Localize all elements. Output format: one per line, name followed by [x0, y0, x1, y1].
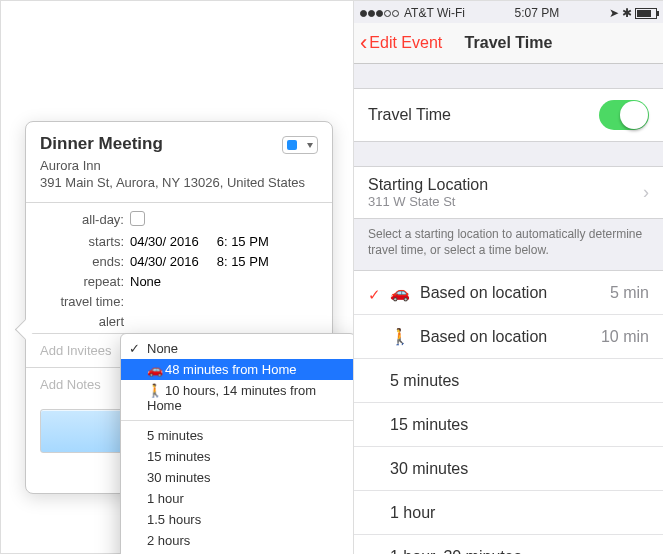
starting-location-label: Starting Location: [368, 176, 643, 194]
all-day-checkbox[interactable]: [130, 211, 145, 226]
label-repeat: repeat:: [40, 274, 124, 289]
label-ends: ends:: [40, 254, 124, 269]
status-carrier: AT&T Wi-Fi: [404, 6, 465, 20]
chevron-down-icon: [307, 143, 313, 148]
menu-item-1-5-hours[interactable]: 1.5 hours: [121, 509, 355, 530]
starting-location-value: 311 W State St: [368, 194, 643, 209]
battery-icon: [635, 8, 657, 19]
location-icon: ➤: [609, 6, 619, 20]
event-location-address: 391 Main St, Aurora, NY 13026, United St…: [40, 175, 305, 190]
menu-item-30-min[interactable]: 30 minutes: [121, 467, 355, 488]
option-30-min[interactable]: 30 minutes: [354, 447, 663, 491]
option-1h30[interactable]: 1 hour, 30 minutes: [354, 535, 663, 554]
menu-item-1-hour[interactable]: 1 hour: [121, 488, 355, 509]
event-location-name: Aurora Inn: [40, 158, 101, 173]
iphone-screen: AT&T Wi-Fi 5:07 PM ➤ ✱ ‹ Edit Event Trav…: [353, 1, 663, 554]
menu-item-5-min[interactable]: 5 minutes: [121, 425, 355, 446]
checkmark-icon: ✓: [129, 341, 140, 356]
end-date-field[interactable]: 04/30/ 2016: [130, 254, 199, 269]
label-starts: starts:: [40, 234, 124, 249]
event-title: Dinner Meeting: [40, 134, 318, 154]
option-1-hour[interactable]: 1 hour: [354, 491, 663, 535]
start-time-field[interactable]: 6: 15 PM: [217, 234, 269, 249]
nav-bar: ‹ Edit Event Travel Time: [354, 23, 663, 64]
car-icon: 🚗: [390, 283, 410, 302]
start-date-field[interactable]: 04/30/ 2016: [130, 234, 199, 249]
travel-time-toggle[interactable]: [599, 100, 649, 130]
label-all-day: all-day:: [40, 212, 124, 227]
checkmark-icon: ✓: [368, 286, 382, 299]
menu-item-none[interactable]: ✓ None: [121, 338, 355, 359]
option-5-min[interactable]: 5 minutes: [354, 359, 663, 403]
calendar-color-picker[interactable]: [282, 136, 318, 154]
menu-item-15-min[interactable]: 15 minutes: [121, 446, 355, 467]
calendar-color-swatch: [287, 140, 297, 150]
signal-strength-icon: [360, 6, 400, 20]
status-bar: AT&T Wi-Fi 5:07 PM ➤ ✱: [354, 1, 663, 23]
nav-title: Travel Time: [465, 34, 553, 52]
travel-time-menu[interactable]: ✓ None 🚗48 minutes from Home 🚶10 hours, …: [120, 333, 356, 554]
option-car-based[interactable]: ✓ 🚗 Based on location 5 min: [354, 271, 663, 315]
starting-location-row[interactable]: Starting Location 311 W State St ›: [354, 167, 663, 218]
menu-item-walk-from-home[interactable]: 🚶10 hours, 14 minutes from Home: [121, 380, 355, 416]
menu-item-car-from-home[interactable]: 🚗48 minutes from Home: [121, 359, 355, 380]
travel-time-toggle-row[interactable]: Travel Time: [354, 89, 663, 141]
pedestrian-icon: 🚶: [390, 327, 410, 346]
option-15-min[interactable]: 15 minutes: [354, 403, 663, 447]
repeat-field[interactable]: None: [130, 274, 318, 289]
pedestrian-icon: 🚶: [147, 383, 161, 398]
starting-location-footnote: Select a starting location to automatica…: [354, 219, 663, 258]
status-time: 5:07 PM: [515, 6, 560, 20]
label-travel-time: travel time:: [40, 294, 124, 309]
end-time-field[interactable]: 8: 15 PM: [217, 254, 269, 269]
travel-time-label: Travel Time: [368, 106, 451, 124]
label-alert: alert: [40, 314, 124, 329]
option-walk-based[interactable]: 🚶 Based on location 10 min: [354, 315, 663, 359]
menu-item-2-hours[interactable]: 2 hours: [121, 530, 355, 551]
disclosure-chevron-icon: ›: [643, 182, 649, 203]
travel-time-options-list: ✓ 🚗 Based on location 5 min 🚶 Based on l…: [354, 270, 663, 554]
menu-separator: [121, 420, 355, 421]
car-icon: 🚗: [147, 362, 161, 377]
back-button[interactable]: ‹ Edit Event: [360, 34, 442, 52]
bluetooth-icon: ✱: [622, 6, 632, 20]
